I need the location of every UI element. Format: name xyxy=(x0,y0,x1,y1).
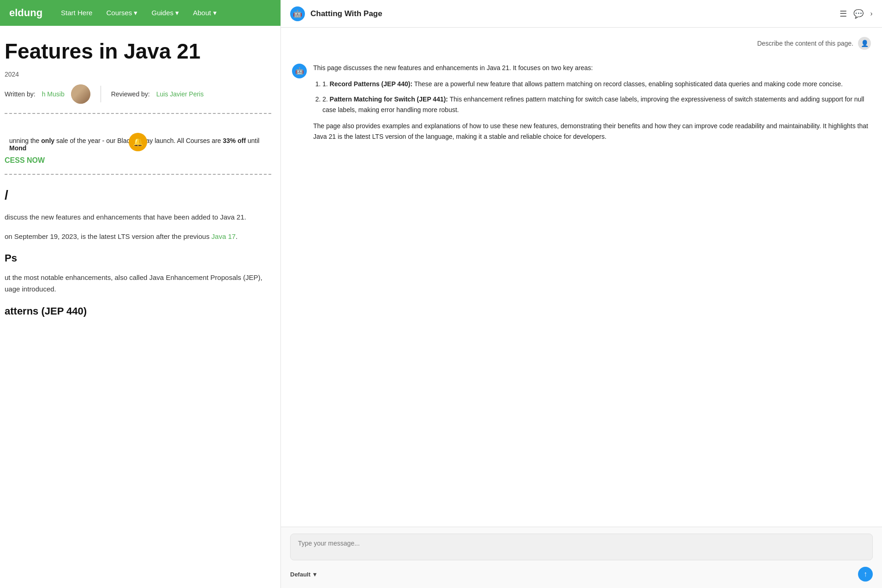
article-body: / discuss the new features and enhanceme… xyxy=(5,184,271,320)
bot-avatar-icon: 🤖 xyxy=(295,67,304,75)
list-item-2-label: Pattern Matching for Switch (JEP 441): xyxy=(330,95,448,103)
chat-bot-icon: 🤖 xyxy=(293,9,302,18)
bot-response-avatar: 🤖 xyxy=(292,64,307,78)
author-avatar xyxy=(71,84,90,104)
nav-item-start-here[interactable]: Start Here xyxy=(61,9,92,17)
nav-item-guides[interactable]: Guides ▾ xyxy=(152,9,179,17)
comment-icon[interactable]: 💬 xyxy=(853,9,864,19)
list-item-1: 1. Record Patterns (JEP 440): These are … xyxy=(322,79,871,89)
patterns-heading: atterns (JEP 440) xyxy=(5,303,271,320)
promo-link[interactable]: CESS NOW xyxy=(5,156,271,165)
reviewer-divider xyxy=(101,86,101,102)
list-item-1-label: Record Patterns (JEP 440): xyxy=(330,80,412,88)
chat-header: 🤖 Chatting With Page ☰ 💬 › xyxy=(281,0,882,28)
list-item-2: 2. Pattern Matching for Switch (JEP 441)… xyxy=(322,94,871,115)
chat-input-area: Default ▾ ↑ xyxy=(281,527,882,588)
bot-closing-text: The page also provides examples and expl… xyxy=(313,121,871,142)
chat-input[interactable] xyxy=(290,534,873,560)
model-dropdown-icon: ▾ xyxy=(313,571,316,578)
nav-item-courses[interactable]: Courses ▾ xyxy=(106,9,137,17)
nav-logo[interactable]: eldung xyxy=(9,7,42,19)
section-heading: / xyxy=(5,184,271,206)
bot-intro-text: This page discusses the new features and… xyxy=(313,63,871,73)
model-label: Default xyxy=(290,571,310,578)
bot-response: 🤖 This page discusses the new features a… xyxy=(292,63,871,148)
describe-prompt-text: Describe the content of this page. xyxy=(757,40,853,47)
bell-icon: 🔔 xyxy=(129,133,147,151)
reviewed-by-label: Reviewed by: xyxy=(111,90,150,98)
article-paragraph-1: discuss the new features and enhancement… xyxy=(5,211,271,223)
author-row: Written by: h Musib Reviewed by: Luis Ja… xyxy=(5,84,271,104)
forward-arrow-icon[interactable]: › xyxy=(870,9,873,18)
list-icon[interactable]: ☰ xyxy=(840,9,847,19)
chat-panel: 🤖 Chatting With Page ☰ 💬 › Describe the … xyxy=(280,0,882,588)
chat-input-footer: Default ▾ ↑ xyxy=(290,567,873,582)
nav-bar: eldung Start Here Courses ▾ Guides ▾ Abo… xyxy=(0,0,280,26)
bot-message-content: This page discusses the new features and… xyxy=(313,63,871,148)
list-item-1-desc: These are a powerful new feature that al… xyxy=(414,80,843,88)
chat-messages-area: Describe the content of this page. 👤 🤖 T… xyxy=(281,28,882,527)
nav-items: Start Here Courses ▾ Guides ▾ About ▾ xyxy=(61,9,216,17)
article-paragraph-2: on September 19, 2023, is the latest LTS… xyxy=(5,231,271,243)
list-item-1-number: 1. xyxy=(322,80,328,88)
describe-prompt-row: Describe the content of this page. 👤 xyxy=(292,37,871,50)
user-icon: 👤 xyxy=(858,37,871,50)
list-item-2-number: 2. xyxy=(322,95,328,103)
left-panel: eldung Start Here Courses ▾ Guides ▾ Abo… xyxy=(0,0,280,588)
author-name: h Musib xyxy=(42,90,65,98)
bot-feature-list: 1. Record Patterns (JEP 440): These are … xyxy=(322,79,871,115)
jeps-heading: Ps xyxy=(5,249,271,267)
model-select-button[interactable]: Default ▾ xyxy=(290,571,316,578)
java17-link[interactable]: Java 17 xyxy=(211,232,236,240)
page-title: Features in Java 21 xyxy=(5,40,271,63)
main-content: Features in Java 21 2024 Written by: h M… xyxy=(0,26,280,588)
article-date: 2024 xyxy=(5,71,271,78)
reviewer-name: Luis Javier Peris xyxy=(156,90,204,98)
chat-send-button[interactable]: ↑ xyxy=(858,567,873,582)
nav-item-about[interactable]: About ▾ xyxy=(193,9,216,17)
written-by-label: Written by: xyxy=(5,90,36,98)
author-avatar-image xyxy=(71,84,90,104)
chat-header-icons: ☰ 💬 › xyxy=(840,9,873,19)
send-icon: ↑ xyxy=(864,570,867,578)
promo-banner: 🔔 unning the only sale of the year - our… xyxy=(5,113,271,175)
jeps-body: ut the most notable enhancements, also c… xyxy=(5,272,271,295)
chat-bot-avatar: 🤖 xyxy=(290,6,305,21)
chat-title: Chatting With Page xyxy=(310,9,840,18)
